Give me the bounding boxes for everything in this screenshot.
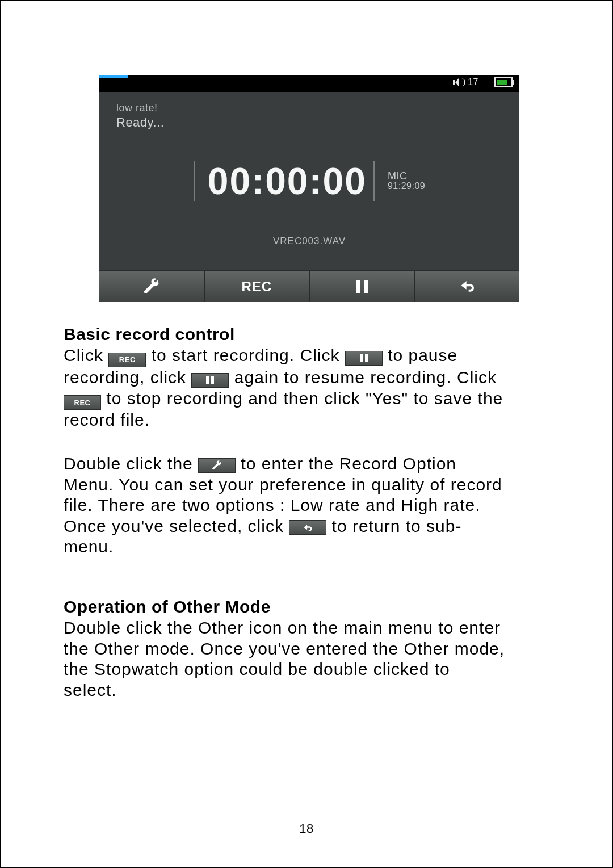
battery-fill [497, 80, 507, 85]
text: Double click the [64, 454, 193, 473]
pause-icon [206, 376, 214, 384]
text: to stop recording and then click "Yes" t… [106, 389, 503, 408]
inline-pause-button [345, 351, 383, 366]
page-number: 18 [1, 821, 612, 836]
settings-button[interactable] [99, 270, 205, 302]
text: select. [64, 680, 555, 701]
elapsed-time: 00:00:00 [208, 160, 367, 203]
text: the Stopwatch option could be double cli… [64, 659, 555, 680]
recorder-screenshot: 17 low rate! Ready... 00:00:00 MIC 91:29… [99, 75, 519, 302]
text: menu. [64, 536, 555, 557]
return-icon [302, 522, 313, 533]
text: file. There are two options : Low rate a… [64, 495, 555, 516]
timer-side-info: MIC 91:29:09 [388, 171, 425, 191]
section-title-basic: Basic record control [64, 325, 555, 344]
wrench-icon [143, 278, 160, 295]
basic-record-body: Click REC to start recording. Click to p… [64, 345, 555, 557]
wrench-icon [212, 460, 222, 471]
active-tab-indicator [99, 75, 128, 78]
volume-level: 17 [468, 77, 478, 87]
speaker-icon [453, 78, 461, 86]
timer-bracket-left [194, 161, 201, 201]
inline-rec-label: REC [74, 399, 91, 408]
text: record file. [64, 410, 555, 431]
text: to pause [388, 346, 457, 364]
ready-status: Ready... [116, 115, 502, 130]
rec-label: REC [241, 279, 272, 295]
text: Double click the Other icon on the main … [64, 618, 555, 639]
text: to return to sub- [332, 517, 462, 535]
manual-page: 17 low rate! Ready... 00:00:00 MIC 91:29… [0, 0, 613, 868]
inline-return-button [289, 520, 326, 535]
text: Menu. You can set your preference in qua… [64, 475, 555, 496]
other-mode-body: Double click the Other icon on the main … [64, 618, 555, 701]
return-icon [458, 276, 476, 297]
section-title-other: Operation of Other Mode [64, 597, 555, 617]
pause-icon [360, 354, 368, 362]
text: recording, click [64, 368, 186, 387]
mic-label: MIC [388, 171, 425, 182]
text: to enter the Record Option [241, 454, 456, 473]
device-button-bar: REC [99, 270, 519, 302]
inline-pause-button [191, 373, 229, 388]
current-filename: VREC003.WAV [116, 236, 502, 247]
text: the Other mode. Once you've entered the … [64, 639, 555, 660]
inline-rec-button: REC [64, 395, 101, 410]
text: Click [64, 346, 103, 364]
inline-settings-button [198, 458, 236, 473]
text: to start recording. Click [152, 346, 345, 364]
inline-rec-button: REC [108, 353, 146, 367]
rate-status: low rate! [116, 102, 502, 114]
status-bar: 17 [99, 75, 519, 92]
text: again to resume recording. Click [234, 368, 497, 387]
pause-button[interactable] [310, 270, 415, 302]
timer-bracket-right [373, 161, 381, 201]
text: Once you've selected, click [64, 517, 284, 535]
record-button[interactable]: REC [205, 270, 310, 302]
return-button[interactable] [415, 270, 520, 302]
speaker-wave-icon [461, 78, 465, 86]
timer-row: 00:00:00 MIC 91:29:09 [116, 160, 502, 203]
pause-icon [356, 280, 368, 293]
battery-icon [494, 77, 513, 87]
volume-indicator: 17 [453, 77, 478, 87]
remaining-time: 91:29:09 [388, 182, 425, 191]
inline-rec-label: REC [119, 355, 136, 364]
